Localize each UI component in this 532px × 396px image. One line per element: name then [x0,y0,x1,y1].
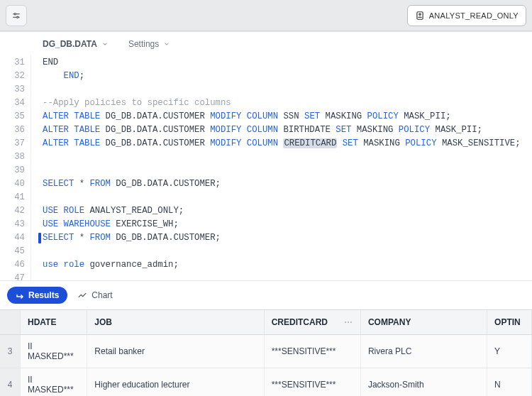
cell-optin: N [487,368,532,397]
cell-hdate: II MASKED*** [20,368,87,397]
chart-line-icon [77,290,87,300]
code-line[interactable]: ALTER TABLE DG_DB.DATA.CUSTOMER MODIFY C… [43,110,532,123]
code-line[interactable]: END [43,56,532,70]
table-header-row: HDATE JOB CREDITCARD⋯ COMPANY OPTIN [0,310,532,335]
arrow-return-icon [16,291,24,299]
svg-point-5 [419,13,420,15]
column-menu-icon[interactable]: ⋯ [344,317,353,327]
cell-optin: Y [487,335,532,368]
role-selector[interactable]: ANALYST_READ_ONLY [407,5,526,26]
code-area[interactable]: END END; --Apply policies to specific co… [31,55,532,280]
settings-menu[interactable]: Settings [128,39,170,49]
tab-results-label: Results [28,290,59,300]
svg-point-3 [17,16,18,18]
sql-editor[interactable]: 3132333435363738394041424344454647485051… [0,55,532,280]
code-line[interactable]: use role governance_admin; [43,258,532,272]
code-line[interactable] [43,245,532,258]
cell-company: Jackson-Smith [360,368,487,397]
breadcrumb-label: DG_DB.DATA [43,39,97,49]
cell-job: Retail banker [87,335,264,368]
tab-chart[interactable]: Chart [77,290,112,300]
rownum-cell: 4 [0,368,20,397]
code-line[interactable]: ALTER TABLE DG_DB.DATA.CUSTOMER MODIFY C… [43,123,532,137]
cell-job: Higher education lecturer [87,368,264,397]
code-line[interactable] [43,272,532,280]
col-header-hdate[interactable]: HDATE [20,310,87,335]
svg-point-1 [14,13,16,14]
code-line[interactable] [43,83,532,97]
table-row[interactable]: 3II MASKED***Retail banker***SENSITIVE**… [0,335,532,368]
code-line[interactable]: END; [43,70,532,83]
chevron-down-icon [101,40,109,48]
code-line[interactable] [43,164,532,177]
tab-results[interactable]: Results [7,287,67,304]
chevron-down-icon [163,40,170,48]
top-bar: ANALYST_READ_ONLY [0,0,532,31]
code-line[interactable]: USE WAREHOUSE EXERCISE_WH; [43,218,532,231]
rownum-cell: 3 [0,335,20,368]
col-header-company[interactable]: COMPANY [360,310,487,335]
col-header-job[interactable]: JOB [87,310,264,335]
code-line[interactable]: --Apply policies to specific columns [43,97,532,110]
code-line[interactable]: SELECT * FROM DG_DB.DATA.CUSTOMER; [43,231,532,245]
settings-label: Settings [128,39,159,49]
role-label: ANALYST_READ_ONLY [429,11,519,20]
person-icon [415,11,425,21]
sliders-icon[interactable] [6,5,27,26]
results-grid[interactable]: HDATE JOB CREDITCARD⋯ COMPANY OPTIN 3II … [0,309,532,396]
code-line[interactable]: USE ROLE ANALYST_READ_ONLY; [43,204,532,218]
database-breadcrumb[interactable]: DG_DB.DATA [43,39,109,49]
cell-hdate: II MASKED*** [20,335,87,368]
rownum-header [0,310,20,335]
code-line[interactable] [43,150,532,164]
col-header-optin[interactable]: OPTIN [487,310,532,335]
cell-creditcard: ***SENSITIVE*** [264,335,360,368]
code-line[interactable]: ALTER TABLE DG_DB.DATA.CUSTOMER MODIFY C… [43,137,532,150]
code-line[interactable]: SELECT * FROM DG_DB.DATA.CUSTOMER; [43,177,532,191]
table-row[interactable]: 4II MASKED***Higher education lecturer**… [0,368,532,397]
line-gutter: 3132333435363738394041424344454647485051… [0,55,31,280]
code-line[interactable] [43,191,532,204]
col-header-creditcard[interactable]: CREDITCARD⋯ [264,310,360,335]
cell-creditcard: ***SENSITIVE*** [264,368,360,397]
results-tab-bar: Results Chart [0,280,532,309]
cell-company: Rivera PLC [360,335,487,368]
context-bar: DG_DB.DATA Settings [0,31,532,55]
tab-chart-label: Chart [92,290,112,300]
